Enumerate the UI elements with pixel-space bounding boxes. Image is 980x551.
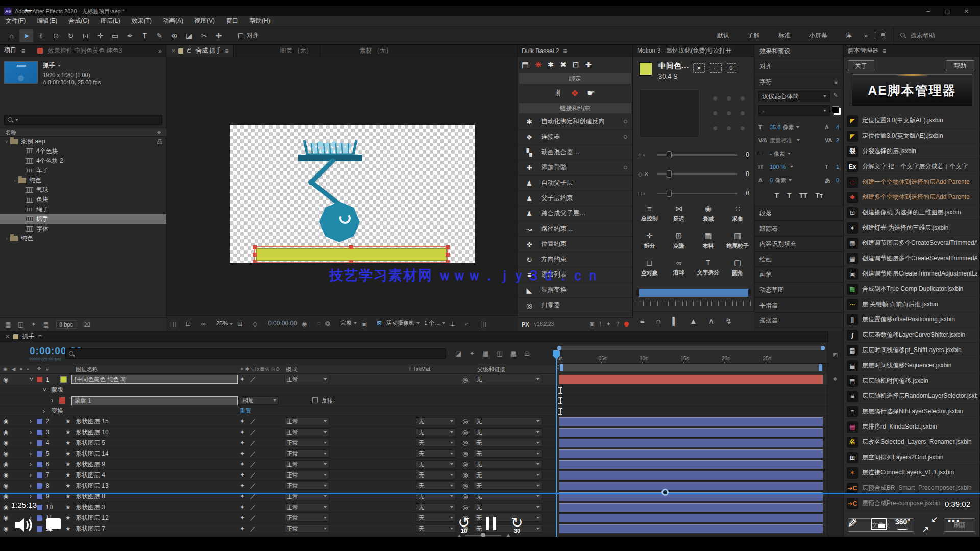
workspace-tab[interactable]: 库 <box>846 31 852 40</box>
motion-bottom-icon[interactable]: ▲ <box>690 317 697 325</box>
statusbar-item[interactable]: ⌐ <box>465 320 473 326</box>
timeline-search[interactable] <box>65 348 446 359</box>
shrink-icon[interactable]: ↙ ↗ <box>922 516 938 533</box>
footer-icon[interactable]: ✦ <box>31 321 36 328</box>
project-item[interactable]: 绳子 <box>0 205 166 214</box>
script-item[interactable]: ▦ 创建调节图层多个CreateSeveralTrimmedA <box>844 236 980 251</box>
duik-item[interactable]: ▚ 动画混合器… <box>518 145 632 160</box>
project-item[interactable]: › 纯色 <box>0 234 166 243</box>
collapsed-panel-header[interactable]: 段落 <box>754 206 843 221</box>
layer-name[interactable]: 形状图层 14 <box>76 448 109 459</box>
statusbar-item[interactable]: 活动摄像机 <box>386 319 420 327</box>
script-item[interactable]: Ex 分解文字 把一个文字层分成若干个文字 <box>844 159 980 174</box>
duik-item[interactable]: ↻ 方向约束 <box>518 252 632 267</box>
volume-icon[interactable] <box>14 516 34 534</box>
motion-tool[interactable]: ⊞ 克隆 <box>665 231 694 250</box>
trkmat-select[interactable]: 无 <box>416 514 456 522</box>
mode-select[interactable]: 正常 <box>284 439 329 447</box>
motion-bottom-icon[interactable]: ≡ <box>640 317 645 325</box>
duik-tool-icon[interactable]: ✌ <box>555 88 562 99</box>
script-item[interactable]: ✦ 创建灯光 为选择的三维层.jsxbin <box>844 220 980 236</box>
duik-item[interactable]: ✜ 位置约束 <box>518 237 632 252</box>
layer-name[interactable]: 形状图层 10 <box>76 427 109 437</box>
tool-button[interactable]: ✛ <box>93 29 107 42</box>
workspace-overflow[interactable]: » <box>864 32 868 39</box>
duik-item[interactable]: ✚ 添加骨骼 <box>518 160 632 176</box>
script-item[interactable]: ▦ 创建调节图层多个CreateSeveralTrimmedA <box>844 251 980 266</box>
char-setting-value[interactable]: 35.8 <box>770 124 780 130</box>
menu-item[interactable]: 动画(A) <box>157 17 189 26</box>
duik-item[interactable]: ◣ 显露变换 <box>518 283 632 298</box>
switches-column[interactable]: ✦✱＼fx▦◎◎⊙ <box>240 366 280 373</box>
duik-mode-icon[interactable]: ✱ <box>548 60 554 69</box>
script-item[interactable]: ▤ 层层时间线偏移pt_ShiftLayers.jsxbin <box>844 343 980 358</box>
parent-select[interactable]: 无 <box>474 460 542 468</box>
statusbar-item[interactable]: ◇ <box>253 320 260 326</box>
layer-row[interactable]: ◉› 8 ★ 形状图层 13 ✦ ／ 正常 无 ◎ 无 <box>0 481 828 491</box>
slider-value[interactable]: 0 <box>742 190 749 197</box>
timeline-icon[interactable]: ✦ <box>469 349 475 357</box>
layer-row-selected[interactable]: ◉˅ 1 [中间色黄色 纯色 3] ✦ ／ 正常 ◎ 无 <box>0 374 828 385</box>
tab-overflow-icon[interactable]: » <box>158 47 162 55</box>
options-dot-icon[interactable] <box>624 120 627 123</box>
workspace-tab[interactable]: 默认 <box>717 31 729 40</box>
tab-composition[interactable]: × 合成 抓手 ≡ <box>166 45 234 57</box>
mode-select[interactable]: 正常 <box>284 428 329 436</box>
layer-duration-bar[interactable] <box>559 428 823 437</box>
panel-align[interactable]: 对齐 <box>754 60 843 73</box>
seek-thumb[interactable] <box>662 489 669 496</box>
record-dot-icon[interactable] <box>624 322 629 327</box>
more-options-button[interactable]: ⋯ <box>947 514 960 529</box>
script-item[interactable]: 裂 分裂选择的层.jsxbin <box>844 144 980 159</box>
trkmat-select[interactable]: 无 <box>416 524 456 533</box>
duik-tool-icon[interactable]: ❖ <box>571 88 579 99</box>
mode-select[interactable]: 正常 <box>284 460 329 468</box>
font-family-select[interactable]: 汉仪菱心体简 <box>758 91 830 102</box>
faux-style-button[interactable]: T <box>787 192 791 199</box>
statusbar-item[interactable]: 25% <box>216 320 233 327</box>
script-item[interactable]: ✽ 创建多个空物体到选择的层Add Parente <box>844 190 980 205</box>
motion-bottom-icon[interactable]: ▍ <box>673 317 679 326</box>
mode-select[interactable]: 正常 <box>284 375 329 383</box>
trkmat-select[interactable]: 无 <box>416 428 456 436</box>
script-item[interactable]: ◤ 定位位置3.0(中文版AE).jsxbin <box>844 113 980 129</box>
graph-icon[interactable]: ◆ <box>833 375 837 381</box>
workspace-icon[interactable] <box>875 32 886 39</box>
twirl-icon[interactable]: ˅ <box>3 139 10 144</box>
close-tab-icon[interactable]: × <box>172 47 175 55</box>
pickwhip-icon[interactable]: ◎ <box>462 448 468 459</box>
statusbar-item[interactable]: ⊡ <box>186 320 193 326</box>
rotate-360-icon[interactable]: 360° <box>895 517 910 530</box>
menu-item[interactable]: 帮助(H) <box>244 17 276 26</box>
timeline-tab[interactable]: × 抓手 ≡ <box>0 331 828 342</box>
panel-effects-presets[interactable]: 效果和预设 <box>754 45 843 58</box>
project-item[interactable]: 色块 <box>0 195 166 205</box>
mask-name[interactable]: 蒙版 1 <box>71 396 238 405</box>
tool-button[interactable]: ◪ <box>182 29 196 42</box>
parent-select[interactable]: 无 <box>474 439 542 447</box>
column-name[interactable]: 名称 <box>5 129 16 136</box>
mode-select[interactable]: 正常 <box>284 482 329 490</box>
statusbar-item[interactable]: ⊠ <box>377 320 382 327</box>
collapsed-panel-header[interactable]: 平滑器 <box>754 297 843 313</box>
layer-name[interactable]: 形状图层 5 <box>76 438 105 448</box>
motion-bottom-icon[interactable]: ↯ <box>725 317 732 326</box>
tool-button[interactable]: ▭ <box>108 29 122 42</box>
motion-bottom-icon[interactable]: ∩ <box>656 317 662 325</box>
time-ruler[interactable]: 0s05s10s15s20s25s30s <box>557 352 828 364</box>
duik-item[interactable]: ◎ 归零器 <box>518 298 632 313</box>
layer-row[interactable]: ◉› 10 ★ 形状图层 3 ✦ ／ 正常 无 ◎ 无 <box>0 502 828 513</box>
layer-duration-bar[interactable] <box>559 449 823 458</box>
statusbar-item[interactable]: 完整 <box>340 319 357 327</box>
char-setting-right[interactable]: A4 <box>825 124 839 130</box>
trkmat-select[interactable]: 无 <box>416 460 456 468</box>
script-item[interactable]: ✶ 层连接ConnectLayers_v1.1.jsxbin <box>844 465 980 481</box>
timeline-icon[interactable]: ⊡ <box>524 349 530 357</box>
script-item[interactable]: ▦ 层排序rd_KindaSorta.jsxbin <box>844 419 980 435</box>
trkmat-select[interactable]: 无 <box>416 471 456 479</box>
transform-row[interactable]: › 变换 重置 <box>0 406 828 416</box>
fill-color-swatch[interactable] <box>832 106 839 113</box>
keyframe-ibeam[interactable] <box>558 408 562 415</box>
tool-button[interactable]: ✚ <box>212 29 226 42</box>
mode-select[interactable]: 正常 <box>284 449 329 458</box>
